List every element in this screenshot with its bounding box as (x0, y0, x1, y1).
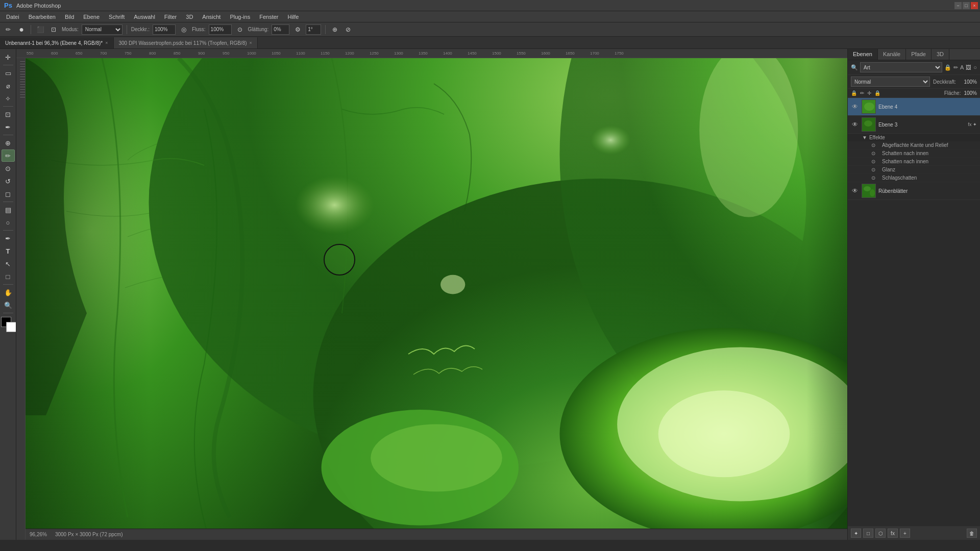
rectangular-marquee-tool[interactable]: ▭ (2, 67, 15, 79)
blend-mode-select[interactable]: Normal Auflösen Abdunkeln Multiplizieren (82, 24, 122, 35)
effect-vis-bevel[interactable]: ⊙ (871, 142, 879, 148)
filter-icon-adjust[interactable]: ✏ (953, 64, 958, 71)
layer-visibility-ebene4[interactable]: 👁 (851, 103, 859, 111)
minimize-button[interactable]: − (954, 2, 962, 9)
layer-item-ebene3[interactable]: 👁 Ebene 3 fx ✦ (848, 116, 980, 134)
layer-blend-mode[interactable]: Normal Auflösen Abdunkeln Multiplizieren (851, 77, 930, 87)
effect-drop-shadow[interactable]: ⊙ Schlagschatten (848, 174, 980, 182)
effect-name-satin: Glanz (882, 167, 895, 172)
effect-inner-shadow-2[interactable]: ⊙ Schatten nach innen (848, 158, 980, 166)
layer-visibility-ebene3[interactable]: 👁 (851, 120, 859, 129)
tab-main-close[interactable]: × (105, 40, 108, 45)
tool-preset-picker[interactable]: ✏ (3, 24, 13, 35)
menu-plugins[interactable]: Plug-ins (226, 13, 254, 21)
move-tool[interactable]: ✛ (2, 51, 15, 63)
tab-main[interactable]: Unbenannt-1 bei 96,3% (Ebene 4, RGB/8)* … (0, 37, 114, 48)
menu-3d[interactable]: 3D (182, 13, 197, 21)
filter-icon-type[interactable]: A (960, 64, 964, 70)
gradient-tool[interactable]: ▤ (2, 204, 15, 216)
smoothing-input[interactable] (272, 24, 289, 35)
menu-bild[interactable]: Bild (61, 13, 78, 21)
effect-vis-inner-shadow-1[interactable]: ⊙ (871, 151, 879, 156)
layer-type-filter[interactable]: Art (860, 62, 942, 72)
brush-settings-icon[interactable]: ⊡ (48, 24, 59, 35)
quick-select-tool[interactable]: ✧ (2, 92, 15, 105)
canvas-image[interactable] (26, 58, 847, 540)
add-adjustment-layer-button[interactable]: ✦ (851, 529, 861, 538)
title-bar: Ps Adobe Photoshop − □ × (0, 0, 980, 11)
angle-input[interactable] (306, 24, 321, 35)
brush-preset-picker[interactable]: ● (16, 24, 27, 35)
crop-tool[interactable]: ⊡ (2, 108, 15, 120)
tab-pfade[interactable]: Pfade (906, 49, 932, 60)
menu-ansicht[interactable]: Ansicht (198, 13, 225, 21)
background-color[interactable] (6, 322, 16, 332)
effect-inner-shadow-1[interactable]: ⊙ Schatten nach innen (848, 149, 980, 158)
filter-toggle[interactable]: ○ (973, 64, 977, 70)
tab-ebenen[interactable]: Ebenen (848, 49, 878, 60)
add-layer-mask-button[interactable]: ⬡ (875, 529, 886, 538)
maximize-button[interactable]: □ (963, 2, 970, 9)
new-layer-button[interactable]: + (900, 529, 910, 538)
brush-mode-icon[interactable]: ⬛ (35, 24, 45, 35)
opacity-input[interactable] (153, 24, 176, 35)
menu-filter[interactable]: Filter (160, 13, 181, 21)
airbrush-icon[interactable]: ◎ (179, 24, 189, 35)
effects-header: ▼ Effekte (848, 134, 980, 141)
filter-icon-lock[interactable]: 🔒 (944, 64, 951, 71)
canvas-content[interactable]: 96,26% 3000 Px × 3000 Px (72 ppcm) (26, 58, 847, 540)
flow-input[interactable] (209, 24, 232, 35)
effects-collapse-icon[interactable]: ▼ (862, 135, 867, 140)
filter-icon-smart[interactable]: 🖼 (966, 64, 971, 70)
lasso-tool[interactable]: ⌀ (2, 80, 15, 92)
tab-kanaele[interactable]: Kanäle (878, 49, 906, 60)
zoom-tool[interactable]: 🔍 (2, 299, 15, 311)
layer-item-ebene4[interactable]: 👁 Ebene 4 (848, 98, 980, 116)
effect-vis-satin[interactable]: ⊙ (871, 167, 879, 172)
title-bar-controls[interactable]: − □ × (954, 2, 980, 9)
lock-transparent[interactable]: 🔒 (851, 90, 857, 96)
close-button[interactable]: × (971, 2, 978, 9)
clone-stamp-tool[interactable]: ⊙ (2, 162, 15, 174)
eyedropper-tool[interactable]: ✒ (2, 121, 15, 133)
layer-item-ruebenblätter[interactable]: 👁 Rübenblätter (848, 182, 980, 200)
layer-visibility-ruebenblätter[interactable]: 👁 (851, 187, 859, 195)
lock-all[interactable]: 🔒 (874, 90, 880, 96)
brush-tool[interactable]: ✏ (2, 149, 15, 162)
hand-tool[interactable]: ✋ (2, 286, 15, 298)
flow-toggle[interactable]: ⊙ (235, 24, 245, 35)
menu-auswahl[interactable]: Auswahl (130, 13, 159, 21)
history-brush-tool[interactable]: ↺ (2, 175, 15, 187)
tab-secondary[interactable]: 300 DPI Wassertropfen.psdc bei 117% (Tro… (114, 37, 258, 48)
eraser-tool[interactable]: ◻ (2, 188, 15, 200)
effect-satin[interactable]: ⊙ Glanz (848, 166, 980, 174)
pressure-icon[interactable]: ⊘ (343, 24, 353, 35)
menu-ebene[interactable]: Ebene (79, 13, 104, 21)
effect-vis-inner-shadow-2[interactable]: ⊙ (871, 159, 879, 164)
smoothing-settings[interactable]: ⚙ (292, 24, 303, 35)
smoothing-label: Glättung: (248, 27, 269, 32)
menu-fenster[interactable]: Fenster (255, 13, 282, 21)
tab-3d[interactable]: 3D (932, 49, 949, 60)
type-tool[interactable]: T (2, 245, 15, 257)
menu-schrift[interactable]: Schrift (105, 13, 129, 21)
lock-position[interactable]: ✛ (867, 90, 871, 96)
path-selection-tool[interactable]: ↖ (2, 258, 15, 270)
add-fx-button[interactable]: fx (888, 529, 898, 538)
shape-tool[interactable]: □ (2, 270, 15, 283)
symmetry-icon[interactable]: ⊕ (330, 24, 340, 35)
effect-bevel[interactable]: ⊙ Abgeflachte Kante und Relief (848, 141, 980, 149)
delete-layer-button[interactable]: 🗑 (967, 529, 977, 538)
tab-secondary-close[interactable]: × (250, 40, 252, 45)
effect-vis-drop-shadow[interactable]: ⊙ (871, 175, 879, 181)
effects-label: Effekte (869, 135, 885, 140)
dodge-tool[interactable]: ○ (2, 216, 15, 229)
add-layer-group-button[interactable]: □ (863, 529, 873, 538)
lock-pixels[interactable]: ✏ (860, 90, 864, 96)
spot-healing-tool[interactable]: ⊕ (2, 137, 15, 149)
menu-datei[interactable]: Datei (2, 13, 23, 21)
menu-hilfe[interactable]: Hilfe (283, 13, 303, 21)
canvas-area[interactable]: 550 600 650 700 750 800 850 900 950 1000… (16, 49, 847, 540)
menu-bearbeiten[interactable]: Bearbeiten (24, 13, 60, 21)
pen-tool[interactable]: ✒ (2, 232, 15, 244)
